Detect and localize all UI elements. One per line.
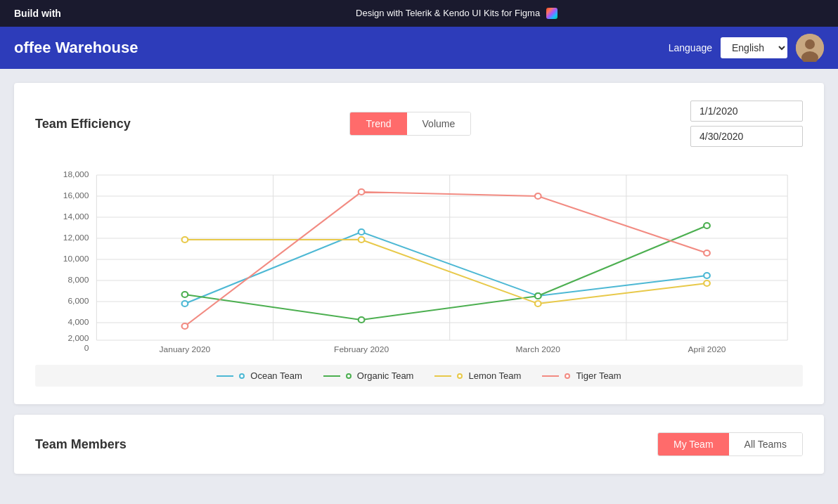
svg-text:8,000: 8,000 (67, 276, 89, 283)
language-select[interactable]: English Spanish French (721, 37, 787, 58)
all-teams-toggle-button[interactable]: All Teams (729, 433, 802, 455)
team-members-header: Team Members My Team All Teams (35, 432, 803, 456)
svg-text:March 2020: March 2020 (516, 345, 560, 353)
team-efficiency-card: Team Efficiency Trend Volume (14, 83, 824, 404)
legend-lemon-label: Lemon Team (468, 370, 521, 381)
svg-point-40 (359, 237, 365, 243)
svg-point-41 (535, 301, 541, 306)
legend-organic-team: Organic Team (323, 370, 414, 381)
svg-point-34 (704, 273, 710, 278)
legend-organic-label: Organic Team (357, 370, 414, 381)
svg-point-35 (182, 292, 188, 297)
build-with-label: Build with (0, 8, 75, 19)
promo-text: Design with Telerik & Kendo UI Kits for … (75, 8, 838, 20)
svg-point-1 (805, 39, 815, 49)
svg-point-31 (182, 301, 188, 306)
svg-point-42 (704, 280, 710, 286)
chart-legend: Ocean Team Organic Team Lemon Team Tiger… (35, 365, 803, 387)
svg-text:16,000: 16,000 (63, 191, 89, 199)
svg-point-44 (359, 189, 365, 195)
svg-text:April 2020: April 2020 (688, 345, 726, 353)
svg-point-45 (535, 193, 541, 199)
efficiency-header: Team Efficiency Trend Volume (35, 101, 803, 147)
app-title: offee Warehouse (14, 39, 138, 57)
svg-text:4,000: 4,000 (67, 318, 89, 325)
legend-ocean-team: Ocean Team (217, 370, 302, 381)
main-content: Team Efficiency Trend Volume (0, 69, 838, 488)
svg-text:0: 0 (84, 344, 89, 351)
svg-text:6,000: 6,000 (67, 297, 89, 304)
chart-toggle-group: Trend Volume (349, 112, 471, 136)
svg-text:10,000: 10,000 (63, 254, 89, 262)
volume-toggle-button[interactable]: Volume (407, 112, 471, 135)
trend-toggle-button[interactable]: Trend (350, 112, 406, 135)
header-right: Language English Spanish French (669, 34, 824, 62)
line-chart: 18,000 16,000 14,000 12,000 10,000 8,000… (35, 161, 803, 358)
team-toggle-group: My Team All Teams (657, 432, 803, 456)
language-label: Language (669, 42, 712, 53)
figma-icon (546, 8, 557, 19)
avatar[interactable] (796, 34, 824, 62)
team-members-title: Team Members (35, 437, 127, 452)
svg-point-43 (182, 323, 188, 329)
svg-point-46 (704, 250, 710, 256)
date-range (690, 101, 803, 147)
svg-point-38 (704, 223, 710, 228)
legend-lemon-team: Lemon Team (434, 370, 521, 381)
svg-point-32 (359, 229, 365, 235)
legend-ocean-label: Ocean Team (250, 370, 302, 381)
app-header: offee Warehouse Language English Spanish… (0, 27, 838, 69)
legend-tiger-label: Tiger Team (576, 370, 621, 381)
svg-text:18,000: 18,000 (63, 170, 89, 178)
svg-point-37 (535, 293, 541, 299)
legend-tiger-team: Tiger Team (542, 370, 621, 381)
team-members-card: Team Members My Team All Teams (14, 415, 824, 474)
svg-text:14,000: 14,000 (63, 212, 89, 220)
date-start-input[interactable] (690, 101, 803, 122)
svg-text:12,000: 12,000 (63, 233, 89, 241)
svg-text:2,000: 2,000 (67, 334, 89, 342)
efficiency-title: Team Efficiency (35, 117, 131, 131)
date-end-input[interactable] (690, 126, 803, 147)
my-team-toggle-button[interactable]: My Team (658, 433, 729, 455)
svg-point-36 (359, 317, 365, 323)
svg-point-39 (182, 237, 188, 243)
svg-text:February 2020: February 2020 (334, 345, 389, 353)
svg-text:January 2020: January 2020 (160, 345, 211, 353)
